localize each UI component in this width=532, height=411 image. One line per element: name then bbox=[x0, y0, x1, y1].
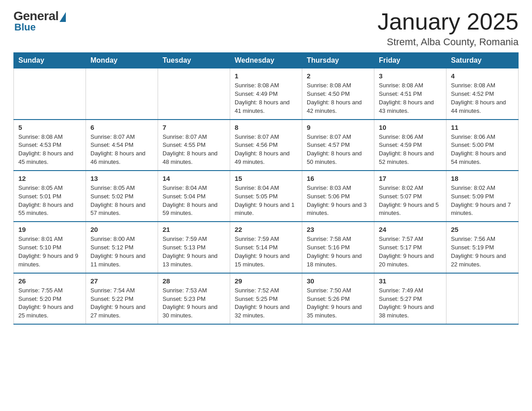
title-section: January 2025 Stremt, Alba County, Romani… bbox=[378, 9, 519, 48]
day-number: 25 bbox=[451, 226, 514, 233]
calendar-week-row: 1Sunrise: 8:08 AM Sunset: 4:49 PM Daylig… bbox=[14, 68, 519, 120]
calendar-empty-cell bbox=[86, 68, 158, 120]
calendar-day-cell: 18Sunrise: 8:02 AM Sunset: 5:09 PM Dayli… bbox=[446, 171, 519, 222]
calendar-empty-cell bbox=[14, 68, 86, 120]
day-info: Sunrise: 8:06 AM Sunset: 5:00 PM Dayligh… bbox=[451, 133, 514, 167]
day-header-saturday: Saturday bbox=[446, 53, 519, 68]
calendar-day-cell: 11Sunrise: 8:06 AM Sunset: 5:00 PM Dayli… bbox=[446, 120, 519, 171]
day-number: 19 bbox=[18, 226, 81, 233]
calendar-day-cell: 25Sunrise: 7:56 AM Sunset: 5:19 PM Dayli… bbox=[446, 222, 519, 273]
day-info: Sunrise: 7:59 AM Sunset: 5:13 PM Dayligh… bbox=[163, 235, 225, 269]
day-number: 28 bbox=[163, 277, 225, 285]
day-header-friday: Friday bbox=[374, 53, 446, 68]
calendar-table: SundayMondayTuesdayWednesdayThursdayFrid… bbox=[13, 52, 519, 325]
calendar-day-cell: 5Sunrise: 8:08 AM Sunset: 4:53 PM Daylig… bbox=[14, 120, 86, 171]
day-header-thursday: Thursday bbox=[302, 53, 374, 68]
day-info: Sunrise: 7:57 AM Sunset: 5:17 PM Dayligh… bbox=[379, 235, 442, 269]
day-info: Sunrise: 8:07 AM Sunset: 4:54 PM Dayligh… bbox=[90, 133, 153, 167]
calendar-day-cell: 24Sunrise: 7:57 AM Sunset: 5:17 PM Dayli… bbox=[374, 222, 446, 273]
calendar-day-cell: 10Sunrise: 8:06 AM Sunset: 4:59 PM Dayli… bbox=[374, 120, 446, 171]
day-info: Sunrise: 8:01 AM Sunset: 5:10 PM Dayligh… bbox=[18, 235, 81, 269]
day-number: 15 bbox=[235, 175, 297, 182]
page-header: General Blue January 2025 Stremt, Alba C… bbox=[13, 9, 519, 48]
day-info: Sunrise: 7:56 AM Sunset: 5:19 PM Dayligh… bbox=[451, 235, 514, 269]
day-info: Sunrise: 8:00 AM Sunset: 5:12 PM Dayligh… bbox=[90, 235, 153, 269]
calendar-day-cell: 7Sunrise: 8:07 AM Sunset: 4:55 PM Daylig… bbox=[158, 120, 230, 171]
calendar-day-cell: 21Sunrise: 7:59 AM Sunset: 5:13 PM Dayli… bbox=[158, 222, 230, 273]
calendar-day-cell: 14Sunrise: 8:04 AM Sunset: 5:04 PM Dayli… bbox=[158, 171, 230, 222]
calendar-day-cell: 19Sunrise: 8:01 AM Sunset: 5:10 PM Dayli… bbox=[14, 222, 86, 273]
day-info: Sunrise: 8:04 AM Sunset: 5:05 PM Dayligh… bbox=[235, 184, 297, 218]
day-info: Sunrise: 7:59 AM Sunset: 5:14 PM Dayligh… bbox=[235, 235, 297, 269]
day-number: 31 bbox=[379, 277, 442, 285]
day-number: 17 bbox=[379, 175, 442, 182]
calendar-day-cell: 1Sunrise: 8:08 AM Sunset: 4:49 PM Daylig… bbox=[230, 68, 302, 120]
day-number: 12 bbox=[18, 175, 81, 182]
day-info: Sunrise: 8:02 AM Sunset: 5:09 PM Dayligh… bbox=[451, 184, 514, 218]
day-info: Sunrise: 8:08 AM Sunset: 4:53 PM Dayligh… bbox=[18, 133, 81, 167]
day-number: 23 bbox=[307, 226, 369, 233]
day-header-sunday: Sunday bbox=[14, 53, 86, 68]
day-info: Sunrise: 8:08 AM Sunset: 4:50 PM Dayligh… bbox=[307, 81, 369, 115]
day-number: 9 bbox=[307, 124, 369, 131]
calendar-day-cell: 29Sunrise: 7:52 AM Sunset: 5:25 PM Dayli… bbox=[230, 273, 302, 324]
day-number: 29 bbox=[235, 277, 297, 285]
calendar-empty-cell bbox=[446, 273, 519, 324]
calendar-day-cell: 23Sunrise: 7:58 AM Sunset: 5:16 PM Dayli… bbox=[302, 222, 374, 273]
day-number: 5 bbox=[18, 124, 81, 131]
calendar-day-cell: 27Sunrise: 7:54 AM Sunset: 5:22 PM Dayli… bbox=[86, 273, 158, 324]
day-info: Sunrise: 8:06 AM Sunset: 4:59 PM Dayligh… bbox=[379, 133, 442, 167]
calendar-header-row: SundayMondayTuesdayWednesdayThursdayFrid… bbox=[14, 53, 519, 68]
day-header-tuesday: Tuesday bbox=[158, 53, 230, 68]
calendar-week-row: 19Sunrise: 8:01 AM Sunset: 5:10 PM Dayli… bbox=[14, 222, 519, 273]
calendar-day-cell: 16Sunrise: 8:03 AM Sunset: 5:06 PM Dayli… bbox=[302, 171, 374, 222]
calendar-day-cell: 20Sunrise: 8:00 AM Sunset: 5:12 PM Dayli… bbox=[86, 222, 158, 273]
day-number: 20 bbox=[90, 226, 153, 233]
day-info: Sunrise: 7:58 AM Sunset: 5:16 PM Dayligh… bbox=[307, 235, 369, 269]
calendar-day-cell: 28Sunrise: 7:53 AM Sunset: 5:23 PM Dayli… bbox=[158, 273, 230, 324]
day-info: Sunrise: 7:49 AM Sunset: 5:27 PM Dayligh… bbox=[379, 287, 442, 320]
day-info: Sunrise: 8:02 AM Sunset: 5:07 PM Dayligh… bbox=[379, 184, 442, 218]
day-number: 1 bbox=[235, 72, 297, 80]
day-info: Sunrise: 8:08 AM Sunset: 4:49 PM Dayligh… bbox=[235, 81, 297, 115]
calendar-day-cell: 6Sunrise: 8:07 AM Sunset: 4:54 PM Daylig… bbox=[86, 120, 158, 171]
calendar-day-cell: 15Sunrise: 8:04 AM Sunset: 5:05 PM Dayli… bbox=[230, 171, 302, 222]
calendar-day-cell: 30Sunrise: 7:50 AM Sunset: 5:26 PM Dayli… bbox=[302, 273, 374, 324]
logo-blue-text: Blue bbox=[13, 21, 36, 33]
day-number: 3 bbox=[379, 72, 442, 80]
day-number: 7 bbox=[163, 124, 225, 131]
day-number: 8 bbox=[235, 124, 297, 131]
location-title: Stremt, Alba County, Romania bbox=[378, 36, 519, 48]
calendar-day-cell: 9Sunrise: 8:07 AM Sunset: 4:57 PM Daylig… bbox=[302, 120, 374, 171]
calendar-day-cell: 12Sunrise: 8:05 AM Sunset: 5:01 PM Dayli… bbox=[14, 171, 86, 222]
day-info: Sunrise: 7:53 AM Sunset: 5:23 PM Dayligh… bbox=[163, 287, 225, 320]
day-number: 6 bbox=[90, 124, 153, 131]
calendar-day-cell: 17Sunrise: 8:02 AM Sunset: 5:07 PM Dayli… bbox=[374, 171, 446, 222]
day-header-monday: Monday bbox=[86, 53, 158, 68]
day-info: Sunrise: 8:05 AM Sunset: 5:01 PM Dayligh… bbox=[18, 184, 81, 218]
day-number: 4 bbox=[451, 72, 514, 80]
logo-triangle-icon bbox=[60, 12, 66, 22]
day-number: 11 bbox=[451, 124, 514, 131]
calendar-empty-cell bbox=[158, 68, 230, 120]
day-info: Sunrise: 8:07 AM Sunset: 4:55 PM Dayligh… bbox=[163, 133, 225, 167]
calendar-day-cell: 13Sunrise: 8:05 AM Sunset: 5:02 PM Dayli… bbox=[86, 171, 158, 222]
calendar-day-cell: 3Sunrise: 8:08 AM Sunset: 4:51 PM Daylig… bbox=[374, 68, 446, 120]
day-number: 22 bbox=[235, 226, 297, 233]
calendar-day-cell: 8Sunrise: 8:07 AM Sunset: 4:56 PM Daylig… bbox=[230, 120, 302, 171]
calendar-day-cell: 4Sunrise: 8:08 AM Sunset: 4:52 PM Daylig… bbox=[446, 68, 519, 120]
day-number: 27 bbox=[90, 277, 153, 285]
day-info: Sunrise: 7:55 AM Sunset: 5:20 PM Dayligh… bbox=[18, 287, 81, 320]
day-info: Sunrise: 8:08 AM Sunset: 4:51 PM Dayligh… bbox=[379, 81, 442, 115]
day-info: Sunrise: 8:04 AM Sunset: 5:04 PM Dayligh… bbox=[163, 184, 225, 218]
calendar-week-row: 26Sunrise: 7:55 AM Sunset: 5:20 PM Dayli… bbox=[14, 273, 519, 324]
day-number: 26 bbox=[18, 277, 81, 285]
logo: General Blue bbox=[13, 9, 66, 33]
day-info: Sunrise: 8:07 AM Sunset: 4:56 PM Dayligh… bbox=[235, 133, 297, 167]
day-number: 18 bbox=[451, 175, 514, 182]
day-number: 24 bbox=[379, 226, 442, 233]
calendar-week-row: 5Sunrise: 8:08 AM Sunset: 4:53 PM Daylig… bbox=[14, 120, 519, 171]
day-info: Sunrise: 7:54 AM Sunset: 5:22 PM Dayligh… bbox=[90, 287, 153, 320]
calendar-day-cell: 2Sunrise: 8:08 AM Sunset: 4:50 PM Daylig… bbox=[302, 68, 374, 120]
day-number: 21 bbox=[163, 226, 225, 233]
